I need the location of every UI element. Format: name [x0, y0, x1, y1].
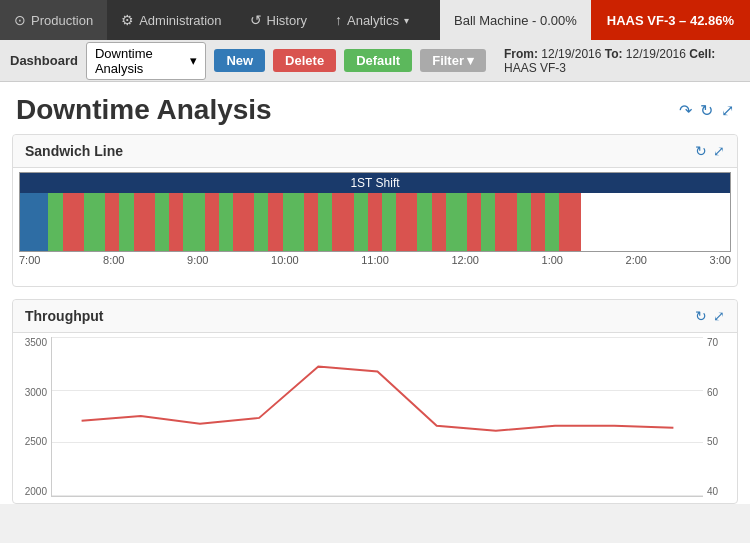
- time-label: 1:00: [542, 254, 563, 266]
- filter-button-label: Filter: [432, 53, 464, 68]
- delete-button[interactable]: Delete: [273, 49, 336, 72]
- sandwich-panel-title: Sandwich Line: [25, 143, 123, 159]
- throughput-expand-icon[interactable]: ⤢: [713, 308, 725, 324]
- y-right-label: 60: [707, 387, 718, 398]
- shift-label: 1ST Shift: [20, 173, 730, 193]
- active-cell-label: Ball Machine - 0.00%: [454, 13, 577, 28]
- time-label: 3:00: [710, 254, 731, 266]
- time-label: 11:00: [361, 254, 389, 266]
- throughput-refresh-icon[interactable]: ↻: [695, 308, 707, 324]
- nav-administration[interactable]: ⚙ Administration: [107, 0, 235, 40]
- to-value: 12/19/2016: [626, 47, 686, 61]
- chart-area: 3500300025002000 70605040: [19, 337, 731, 497]
- refresh-icon[interactable]: ↻: [700, 101, 713, 120]
- gantt-segments: [20, 193, 730, 251]
- cell-value: HAAS VF-3: [504, 61, 566, 75]
- nav-active-cell[interactable]: Ball Machine - 0.00%: [440, 0, 591, 40]
- to-label: To:: [605, 47, 623, 61]
- y-right-label: 70: [707, 337, 718, 348]
- nav-analytics-label: Analytics: [347, 13, 399, 28]
- highlight-cell-label: HAAS VF-3 – 42.86%: [607, 13, 734, 28]
- production-icon: ⊙: [14, 12, 26, 28]
- nav-production-label: Production: [31, 13, 93, 28]
- page-title-bar: Downtime Analysis ↷ ↻ ⤢: [0, 82, 750, 134]
- throughput-panel: Throughput ↻ ⤢ 3500300025002000: [12, 299, 738, 504]
- nav-analytics[interactable]: ↑ Analytics ▾: [321, 0, 423, 40]
- sandwich-panel-header: Sandwich Line ↻ ⤢: [13, 135, 737, 168]
- dropdown-arrow-icon: ▾: [190, 53, 197, 68]
- gantt-time-axis: 7:008:009:0010:0011:0012:001:002:003:00: [19, 252, 731, 266]
- time-label: 8:00: [103, 254, 124, 266]
- y-axis-right: 70605040: [703, 337, 731, 497]
- sandwich-refresh-icon[interactable]: ↻: [695, 143, 707, 159]
- y-right-label: 50: [707, 436, 718, 447]
- toolbar: Dashboard Downtime Analysis ▾ New Delete…: [0, 40, 750, 82]
- share-icon[interactable]: ↷: [679, 101, 692, 120]
- filter-button[interactable]: Filter ▾: [420, 49, 486, 72]
- dashboard-label: Dashboard: [10, 53, 78, 68]
- chart-inner: [51, 337, 703, 497]
- nav-administration-label: Administration: [139, 13, 221, 28]
- filter-dropdown-arrow: ▾: [467, 53, 474, 68]
- sandwich-panel: Sandwich Line ↻ ⤢ 1ST Shift 7:008:009:00…: [12, 134, 738, 287]
- throughput-panel-icons: ↻ ⤢: [695, 308, 725, 324]
- analytics-dropdown-arrow: ▾: [404, 15, 409, 26]
- nav-history-label: History: [267, 13, 307, 28]
- dashboard-dropdown-value: Downtime Analysis: [95, 46, 186, 76]
- sandwich-panel-body: 1ST Shift 7:008:009:0010:0011:0012:001:0…: [13, 168, 737, 286]
- throughput-panel-title: Throughput: [25, 308, 104, 324]
- cell-label: Cell:: [689, 47, 715, 61]
- history-icon: ↺: [250, 12, 262, 28]
- gantt-chart: 1ST Shift: [19, 172, 731, 252]
- time-label: 12:00: [451, 254, 479, 266]
- y-left-label: 3000: [25, 387, 47, 398]
- sandwich-expand-icon[interactable]: ⤢: [713, 143, 725, 159]
- y-left-label: 2000: [25, 486, 47, 497]
- from-value: 12/19/2016: [541, 47, 601, 61]
- y-left-label: 3500: [25, 337, 47, 348]
- y-left-label: 2500: [25, 436, 47, 447]
- y-right-label: 40: [707, 486, 718, 497]
- gear-icon: ⚙: [121, 12, 134, 28]
- analytics-icon: ↑: [335, 12, 342, 28]
- chart-line: [52, 337, 703, 495]
- default-button[interactable]: Default: [344, 49, 412, 72]
- page-title: Downtime Analysis: [16, 94, 272, 126]
- new-button[interactable]: New: [214, 49, 265, 72]
- page-content: Downtime Analysis ↷ ↻ ⤢ Sandwich Line ↻ …: [0, 82, 750, 504]
- throughput-panel-body: 3500300025002000 70605040: [13, 333, 737, 503]
- time-label: 7:00: [19, 254, 40, 266]
- nav-highlight-cell[interactable]: HAAS VF-3 – 42.86%: [591, 0, 750, 40]
- sandwich-panel-icons: ↻ ⤢: [695, 143, 725, 159]
- time-label: 10:00: [271, 254, 299, 266]
- y-axis-left: 3500300025002000: [19, 337, 51, 497]
- nav-history[interactable]: ↺ History: [236, 0, 321, 40]
- navbar: ⊙ Production ⚙ Administration ↺ History …: [0, 0, 750, 40]
- from-label: From:: [504, 47, 538, 61]
- time-label: 9:00: [187, 254, 208, 266]
- time-label: 2:00: [626, 254, 647, 266]
- toolbar-date-info: From: 12/19/2016 To: 12/19/2016 Cell: HA…: [504, 47, 740, 75]
- page-title-icons: ↷ ↻ ⤢: [679, 101, 734, 120]
- expand-icon[interactable]: ⤢: [721, 101, 734, 120]
- throughput-panel-header: Throughput ↻ ⤢: [13, 300, 737, 333]
- dashboard-dropdown[interactable]: Downtime Analysis ▾: [86, 42, 206, 80]
- nav-production[interactable]: ⊙ Production: [0, 0, 107, 40]
